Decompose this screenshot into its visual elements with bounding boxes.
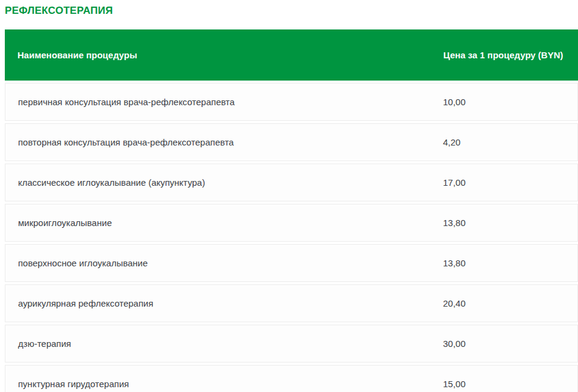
procedure-name-cell: поверхносное иглоукалывание xyxy=(5,258,443,268)
price-cell: 20,40 xyxy=(443,297,577,310)
table-row: повторная консультация врача-рефлексотер… xyxy=(5,123,578,161)
price-cell: 10,00 xyxy=(443,96,577,109)
procedure-name-cell: первичная консультация врача-рефлексотер… xyxy=(5,97,443,107)
procedure-name-cell: микроиглоукалывание xyxy=(5,218,443,228)
table-header-row: Наименование процедуры Цена за 1 процеду… xyxy=(5,29,578,81)
table-row: поверхносное иглоукалывание 13,80 xyxy=(5,244,578,282)
procedure-name-cell: классическое иглоукалывание (акупунктура… xyxy=(5,177,443,188)
page-container: РЕФЛЕКСОТЕРАПИЯ Наименование процедуры Ц… xyxy=(0,0,578,392)
price-cell: 15,00 xyxy=(443,378,577,391)
procedure-name-cell: дзю-терапия xyxy=(5,338,443,349)
price-cell: 13,80 xyxy=(443,257,577,270)
price-cell: 13,80 xyxy=(443,216,577,230)
price-cell: 17,00 xyxy=(443,176,577,189)
table-row: классическое иглоукалывание (акупунктура… xyxy=(5,164,578,201)
table-row: микроиглоукалывание 13,80 xyxy=(5,204,578,242)
table-row: дзю-терапия 30,00 xyxy=(5,325,578,363)
column-header-price: Цена за 1 процедуру (BYN) xyxy=(443,49,578,62)
table-row: первичная консультация врача-рефлексотер… xyxy=(5,83,578,121)
price-table: Наименование процедуры Цена за 1 процеду… xyxy=(5,29,578,392)
procedure-name-cell: повторная консультация врача-рефлексотер… xyxy=(5,137,443,147)
price-cell: 4,20 xyxy=(443,136,577,149)
price-cell: 30,00 xyxy=(443,337,577,351)
procedure-name-cell: аурикулярная рефлексотерапия xyxy=(5,298,443,308)
page-title: РЕФЛЕКСОТЕРАПИЯ xyxy=(5,5,578,17)
table-row: аурикулярная рефлексотерапия 20,40 xyxy=(5,284,578,322)
table-row: пунктурная гирудотерапия 15,00 xyxy=(5,365,578,392)
procedure-name-cell: пунктурная гирудотерапия xyxy=(5,379,443,389)
column-header-procedure-name: Наименование процедуры xyxy=(5,50,443,60)
